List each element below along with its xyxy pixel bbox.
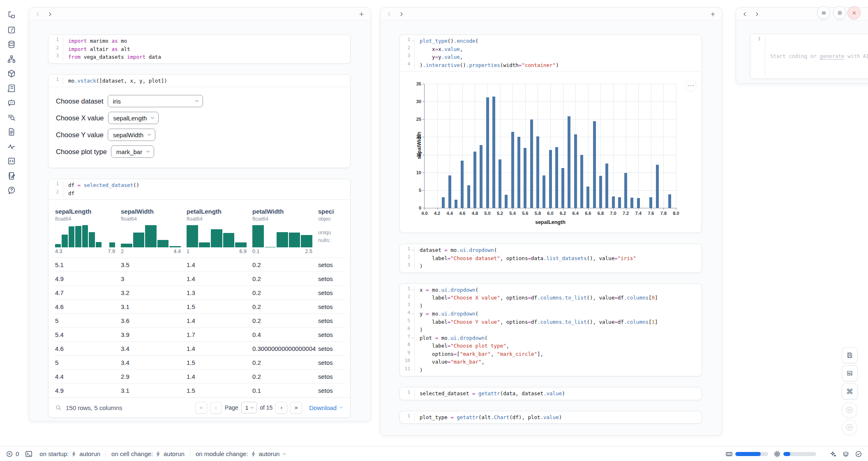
run-mode-2[interactable]: on cell change:autorun	[111, 450, 185, 457]
editor-placeholder[interactable]: Start coding or generate with AI	[770, 52, 868, 60]
y-tick-label: 10	[411, 170, 421, 175]
chat-bot-icon[interactable]	[7, 98, 16, 107]
chevron-left-icon[interactable]	[35, 11, 41, 17]
next-page-button[interactable]: ›	[275, 402, 287, 414]
altair-chart[interactable]: 4.04.24.44.64.85.05.25.45.65.86.06.26.46…	[424, 84, 676, 208]
table-column-header[interactable]: speciobjecuniqunulls:	[318, 204, 345, 254]
table-row[interactable]: 4.63.11.50.2setos	[55, 300, 345, 313]
table-row[interactable]: 53.61.40.2setos	[55, 313, 345, 327]
table-footer: 150 rows, 5 columns«‹Page1of 15›»Downloa…	[48, 397, 350, 417]
package-icon[interactable]	[7, 69, 16, 78]
generate-link[interactable]: generate	[820, 53, 844, 59]
chevron-right-icon[interactable]	[398, 11, 404, 17]
log-search-icon[interactable]	[7, 113, 16, 122]
plus-icon[interactable]	[358, 11, 365, 17]
table-body: 5.13.51.40.2setos4.931.40.2setos4.73.21.…	[55, 258, 345, 397]
fold-chevron-icon[interactable]	[411, 312, 415, 316]
save-button[interactable]	[842, 347, 858, 363]
chart-bar	[568, 116, 570, 208]
last-page-button[interactable]: »	[290, 402, 302, 414]
run-mode-1[interactable]: on startup:autorun	[39, 450, 100, 457]
table-row[interactable]: 4.73.21.30.2setos	[55, 286, 345, 300]
column-meta: uniqunulls:	[318, 228, 345, 244]
search-icon[interactable]	[55, 404, 62, 411]
first-page-button[interactable]: «	[195, 402, 207, 414]
prev-page-button[interactable]: ‹	[210, 402, 222, 414]
chevron-left-icon[interactable]	[742, 11, 748, 17]
help-icon[interactable]	[7, 186, 16, 195]
scratchpad-icon[interactable]	[7, 171, 16, 180]
table-column-header[interactable]: sepalWidthfloat6424.4	[121, 204, 187, 254]
table-cell: 1.5	[187, 387, 252, 394]
code-block-icon[interactable]	[7, 157, 16, 166]
chart-options-button[interactable]	[685, 80, 697, 92]
function-icon[interactable]: f	[7, 25, 16, 35]
run-all-button[interactable]	[842, 420, 857, 435]
download-button[interactable]: Download	[309, 404, 344, 411]
table-row[interactable]: 4.63.41.40.30000000000000004setos	[55, 341, 345, 355]
table-row[interactable]: 53.41.50.2setos	[55, 355, 345, 369]
scroll-icon[interactable]	[7, 84, 16, 93]
table-column-header[interactable]: sepalLengthfloat644.37.9	[55, 204, 121, 254]
table-cell: 0.2	[252, 303, 318, 310]
x-tick-label: 5.8	[531, 211, 544, 216]
notebook-menu-button[interactable]	[817, 6, 830, 19]
gear-icon	[837, 10, 843, 16]
code-editor[interactable]: 1selected_dataset = getattr(data, datase…	[400, 387, 702, 400]
chevron-right-icon[interactable]	[47, 11, 53, 17]
table-row[interactable]: 4.931.40.2setos	[55, 272, 345, 286]
table-row[interactable]: 5.13.51.40.2setos	[55, 258, 345, 272]
fold-chevron-icon[interactable]	[411, 39, 415, 43]
y-tick-label: 5	[411, 188, 421, 193]
activity-icon[interactable]	[7, 142, 16, 151]
scratch-code-cell[interactable]: 1 Start coding or generate with AI	[750, 34, 868, 79]
table-column-header[interactable]: petalLengthfloat6416.9	[187, 204, 252, 254]
x-tick	[525, 208, 526, 210]
shutdown-button[interactable]	[847, 6, 861, 19]
dropdown-select-2[interactable]: sepalLength	[108, 112, 159, 124]
code-editor[interactable]: 1234plot_type().encode( x=x.value, y=y.v…	[400, 35, 702, 71]
plus-icon[interactable]	[710, 11, 716, 17]
stop-button[interactable]	[842, 402, 857, 418]
code-editor[interactable]: 123dataset = mo.ui.dropdown( label="Choo…	[400, 244, 702, 272]
gridline	[437, 84, 438, 208]
line-number: 3	[48, 53, 63, 61]
settings-button[interactable]	[833, 6, 846, 19]
command-palette-button[interactable]: ⌘	[842, 383, 858, 399]
table-row[interactable]: 4.93.11.50.1setos	[55, 383, 345, 397]
file-tree-icon[interactable]	[7, 11, 16, 20]
x-tick	[550, 208, 551, 210]
hierarchy-icon[interactable]	[7, 55, 16, 64]
code-editor[interactable]: 123import marimo as moimport altair as a…	[48, 35, 350, 63]
fold-chevron-icon[interactable]	[411, 288, 415, 292]
code-editor[interactable]: 1234567891011x = mo.ui.dropdown( label="…	[400, 284, 702, 376]
dropdown-select-3[interactable]: sepalWidth	[108, 129, 155, 141]
histogram-bar	[89, 232, 95, 247]
code-editor[interactable]: 1plot_type = getattr(alt.Chart(df), plot…	[400, 411, 702, 424]
page-select[interactable]: 1	[241, 402, 257, 413]
chevron-right-icon[interactable]	[754, 11, 760, 17]
ai-assist-button[interactable]	[829, 450, 837, 458]
fold-chevron-icon[interactable]	[411, 336, 415, 340]
layout-toggle-button[interactable]	[842, 365, 858, 381]
error-indicator[interactable]: 0	[6, 450, 19, 458]
copilot-button[interactable]	[842, 450, 850, 458]
dropdown-select-4[interactable]: mark_bar	[111, 145, 154, 158]
table-row[interactable]: 5.43.91.70.4setos	[55, 327, 345, 341]
code-editor[interactable]: 12df = selected_dataset()df	[48, 179, 350, 199]
fold-chevron-icon[interactable]	[411, 248, 415, 252]
terminal-button[interactable]	[25, 450, 33, 458]
table-column-header[interactable]: petalWidthfloat640.12.5	[252, 204, 318, 254]
chevron-left-icon[interactable]	[386, 11, 392, 17]
column-histogram	[187, 225, 247, 247]
gridline	[425, 101, 676, 102]
snippets-icon[interactable]	[7, 127, 16, 136]
connection-status[interactable]	[855, 450, 862, 458]
y-tick	[422, 137, 425, 137]
table-row[interactable]: 4.42.91.40.2setos	[55, 369, 345, 383]
dropdown-select-1[interactable]: iris	[108, 95, 203, 107]
code-editor[interactable]: 1mo.vstack([dataset, x, y, plot])	[48, 75, 350, 87]
run-mode-3[interactable]: on module change:autorun	[196, 450, 287, 457]
selected-dataset-cell: 1selected_dataset = getattr(data, datase…	[399, 387, 702, 400]
database-icon[interactable]	[7, 40, 16, 49]
